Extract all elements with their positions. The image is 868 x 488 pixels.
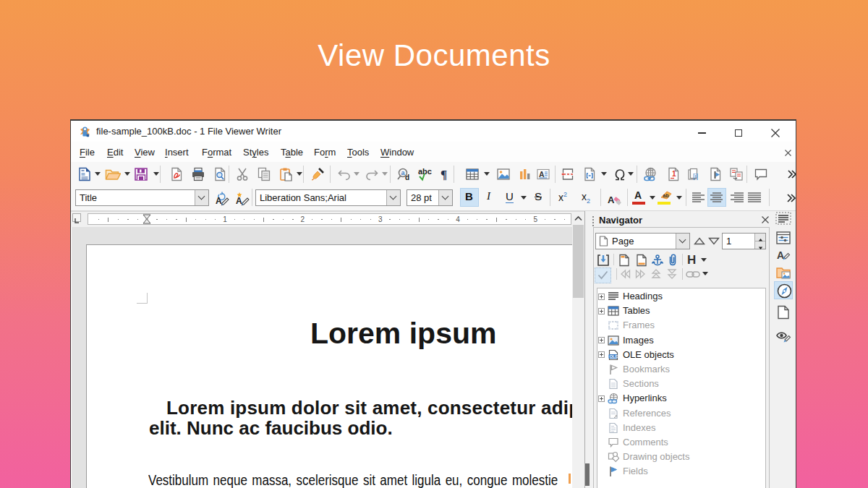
svg-text:1: 1: [672, 170, 676, 178]
svg-text:A: A: [777, 249, 784, 261]
svg-text:¶: ¶: [441, 168, 447, 181]
svg-text:[i]: [i]: [693, 173, 698, 180]
svg-text:ab: ab: [663, 193, 669, 198]
svg-text:A: A: [216, 196, 222, 206]
svg-text:d: d: [405, 174, 409, 181]
svg-text:A: A: [608, 194, 615, 205]
svg-text:A: A: [236, 196, 242, 206]
svg-text:OLE: OLE: [610, 354, 618, 359]
svg-text:A: A: [539, 170, 545, 179]
